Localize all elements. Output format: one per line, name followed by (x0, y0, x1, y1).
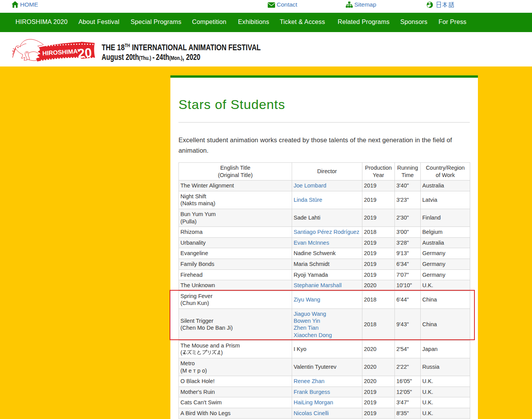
svg-text:20: 20 (77, 45, 92, 61)
